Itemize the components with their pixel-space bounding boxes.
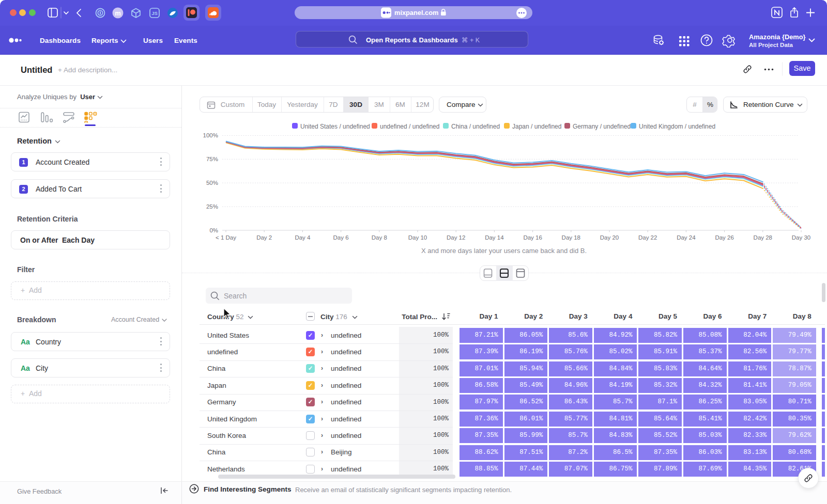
svg-text:Day 16: Day 16 (523, 234, 542, 241)
svg-text:Day 4: Day 4 (295, 234, 311, 241)
svg-text:75%: 75% (206, 156, 218, 162)
svg-text:0%: 0% (209, 227, 218, 233)
svg-text:JS: JS (151, 10, 158, 16)
svg-text:25%: 25% (206, 203, 218, 210)
svg-text:Day 6: Day 6 (333, 234, 349, 241)
svg-text:Day 10: Day 10 (408, 234, 427, 241)
svg-text:Day 8: Day 8 (372, 234, 387, 241)
svg-text:Day 30: Day 30 (792, 234, 810, 241)
svg-text:mixpanel.com: mixpanel.com (394, 9, 438, 17)
svg-text:Day 14: Day 14 (485, 234, 504, 241)
svg-text:Day 12: Day 12 (447, 234, 465, 241)
svg-text:Day 20: Day 20 (600, 234, 619, 241)
svg-text:Day 24: Day 24 (677, 234, 696, 241)
svg-text:Day 22: Day 22 (638, 234, 657, 241)
svg-text:Day 18: Day 18 (562, 234, 580, 241)
svg-text:Day 2: Day 2 (256, 234, 272, 241)
svg-text:Day 26: Day 26 (715, 234, 733, 241)
svg-text:< 1 Day: < 1 Day (216, 234, 236, 241)
svg-text:X and more days later your use: X and more days later your users came ba… (421, 247, 587, 255)
svg-text:50%: 50% (206, 180, 218, 186)
svg-text:Day 28: Day 28 (754, 234, 772, 241)
svg-text:100%: 100% (203, 132, 218, 138)
svg-text:m: m (115, 9, 121, 17)
